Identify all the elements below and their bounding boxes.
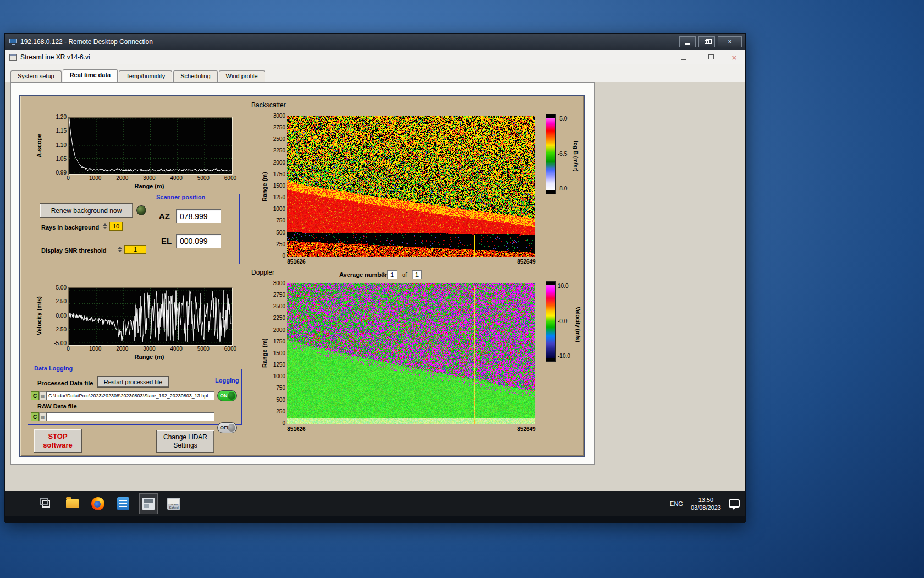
ascope-plot-canvas — [69, 118, 232, 174]
az-value-field[interactable]: 078.999 — [176, 209, 221, 223]
tick-label: 0 — [57, 346, 79, 352]
velocity-plot — [68, 287, 233, 346]
app-titlebar[interactable]: StreamLine XR v14-6.vi — [5, 50, 745, 64]
rdp-window: 192.168.0.122 - Remote Desktop Connectio… — [4, 33, 746, 522]
snr-value-field[interactable]: 1 — [124, 245, 146, 254]
tick-label: 1250 — [273, 362, 285, 368]
change-lidar-label-line1: Change LiDAR — [163, 433, 207, 441]
doppler-heatmap — [287, 283, 535, 424]
average-number-field[interactable]: 1 — [387, 270, 397, 279]
tick-label: -6.5 — [558, 151, 574, 157]
tick-label: 1000 — [84, 346, 106, 352]
taskbar: Scan Sched ENG 13:50 03/08/2023 — [5, 491, 745, 516]
rays-value-field[interactable]: 10 — [109, 222, 123, 231]
tick-label: 851626 — [285, 259, 307, 265]
tick-label: 6000 — [219, 175, 241, 181]
tick-label: 1.20 — [56, 114, 67, 120]
tick-label: 2750 — [273, 124, 285, 130]
desktop: { "rdp": { "title": "192.168.0.122 - Rem… — [0, 0, 924, 578]
processed-path-field[interactable]: C:\Lidar\Data\Proc\2023\202308\20230803\… — [46, 391, 215, 400]
doppler-colorbar-title: Velocity (m/s) — [575, 288, 581, 360]
tab-wind-profile[interactable]: Wind profile — [219, 70, 265, 82]
tick-label: -10.0 — [558, 353, 576, 359]
backscatter-colorbar — [546, 114, 556, 194]
tick-label: 500 — [276, 397, 285, 403]
tab-system-setup[interactable]: System setup — [10, 70, 62, 82]
renew-background-button[interactable]: Renew background now — [40, 203, 133, 218]
ascope-x-ticks: 0100020003000400050006000 — [57, 175, 241, 181]
tick-label: 4000 — [166, 346, 188, 352]
average-of-label: of — [402, 271, 407, 278]
streamline-app-taskbar-icon[interactable] — [139, 493, 158, 514]
renew-led-indicator — [136, 205, 146, 215]
app-minimize-button[interactable] — [678, 52, 689, 62]
velocity-y-ticks: 5.002.500.00-2.50-5.00 — [46, 285, 67, 346]
raw-drive-badge[interactable]: C — [31, 412, 39, 421]
firefox-icon[interactable] — [89, 493, 107, 514]
rdp-minimize-button[interactable] — [679, 36, 696, 47]
restart-processed-file-button[interactable]: Restart processed file — [97, 376, 169, 388]
doppler-colorbar — [546, 281, 556, 362]
clock-date: 03/08/2023 — [691, 504, 721, 511]
taskbar-clock[interactable]: 13:50 03/08/2023 — [691, 496, 721, 511]
blue-document-app-icon[interactable] — [114, 493, 133, 514]
lidar-panel: A-scope 1.201.151.101.050.99 01000200030… — [19, 95, 585, 457]
file-explorer-icon[interactable] — [63, 493, 82, 514]
restore-icon — [707, 56, 711, 59]
raw-logging-toggle[interactable]: OFF — [217, 422, 237, 433]
tick-label: 1750 — [273, 171, 285, 177]
backscatter-colorbar-ticks: -5.0-6.5-8.0 — [558, 116, 574, 192]
app-restore-button[interactable] — [703, 52, 714, 62]
notification-chat-icon[interactable] — [729, 499, 740, 508]
tick-label: 1750 — [273, 339, 285, 345]
tab-temp-humidity[interactable]: Temp/humidity — [119, 70, 172, 82]
tick-label: 3000 — [273, 113, 285, 119]
backscatter-heatmap-canvas — [287, 116, 535, 257]
rdp-titlebar[interactable]: 192.168.0.122 - Remote Desktop Connectio… — [5, 34, 745, 50]
stop-software-button[interactable]: STOP software — [34, 429, 82, 453]
tab-real-time-data[interactable]: Real time data — [63, 69, 118, 82]
tick-label: 750 — [276, 217, 285, 223]
processed-logging-toggle[interactable]: ON — [217, 390, 237, 401]
scan-scheduler-icon[interactable]: Scan Sched — [164, 493, 183, 514]
processed-file-browse-icon[interactable]: ▤ — [39, 391, 46, 400]
el-value-field[interactable]: 000.099 — [176, 234, 221, 248]
tick-label: 3000 — [138, 175, 160, 181]
average-count-field[interactable]: 1 — [412, 270, 422, 279]
stop-label-line1: STOP — [48, 432, 67, 441]
tick-label: 1000 — [84, 175, 106, 181]
backscatter-heatmap — [287, 116, 535, 257]
close-icon: × — [728, 38, 732, 46]
tick-label: 0.00 — [56, 313, 67, 319]
tick-label: 1500 — [273, 183, 285, 189]
snr-spinner[interactable] — [118, 245, 123, 254]
tick-label: 5000 — [193, 346, 215, 352]
tick-label: 1000 — [273, 206, 285, 212]
rdp-close-button[interactable]: × — [718, 36, 742, 47]
raw-path-field[interactable] — [46, 412, 215, 421]
language-indicator[interactable]: ENG — [670, 500, 683, 507]
task-view-icon[interactable] — [37, 493, 56, 514]
tick-label: 0 — [57, 175, 79, 181]
rdp-restore-button[interactable] — [698, 36, 715, 47]
doppler-x-ticks: 851626852649 — [285, 426, 537, 432]
velocity-plot-block: Velocity (m/s) 5.002.500.00-2.50-5.00 01… — [34, 283, 238, 366]
tab-scheduling[interactable]: Scheduling — [173, 70, 217, 82]
tick-label: 2000 — [273, 327, 285, 333]
tick-label: 0 — [282, 253, 285, 259]
processed-drive-badge[interactable]: C — [31, 391, 39, 400]
backscatter-y-ticks: 3000275025002250200017501500125010007505… — [268, 113, 285, 259]
tick-label: 1000 — [273, 373, 285, 379]
app-close-button[interactable]: × — [729, 52, 740, 62]
doppler-y-ticks: 3000275025002250200017501500125010007505… — [268, 280, 285, 426]
rays-spinner[interactable] — [103, 222, 108, 231]
tick-label: 2750 — [273, 292, 285, 298]
tick-label: 851626 — [285, 426, 307, 432]
renew-background-label: Renew background now — [51, 207, 122, 215]
doppler-heatmap-canvas — [287, 283, 535, 424]
scan-scheduler-icon-label: Scan Sched — [168, 503, 180, 510]
average-number-spinner[interactable] — [381, 270, 386, 279]
doppler-title: Doppler — [251, 269, 274, 276]
raw-file-browse-icon[interactable]: ▤ — [39, 412, 46, 421]
change-lidar-settings-button[interactable]: Change LiDAR Settings — [156, 430, 215, 453]
